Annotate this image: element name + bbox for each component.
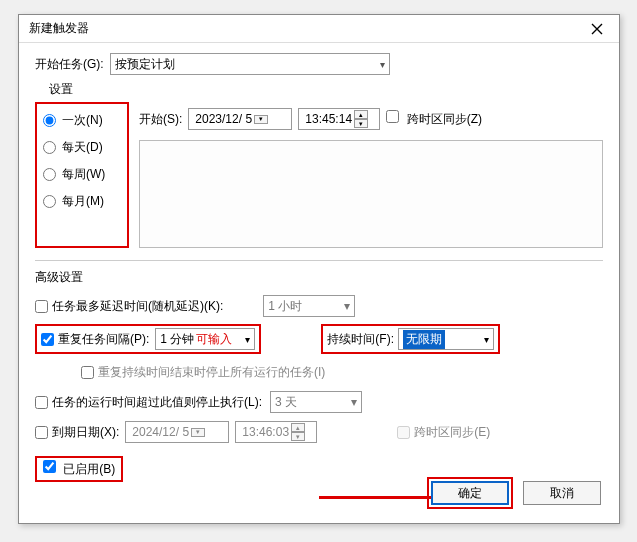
repeat-interval-select[interactable]: 1 分钟 可输入 ▾ bbox=[155, 328, 255, 350]
begin-task-row: 开始任务(G): 按预定计划 ▾ bbox=[35, 53, 603, 75]
close-button[interactable] bbox=[581, 18, 613, 40]
schedule-detail-box bbox=[139, 140, 603, 248]
stop-at-end-checkbox[interactable]: 重复持续时间结束时停止所有运行的任务(I) bbox=[81, 364, 325, 381]
radio-daily[interactable]: 每天(D) bbox=[43, 139, 121, 156]
divider bbox=[35, 260, 603, 261]
close-icon bbox=[591, 23, 603, 35]
delay-value: 1 小时 bbox=[268, 298, 302, 315]
repeat-row: 重复任务间隔(P): 1 分钟 可输入 ▾ 持续时间(F): 无限期 ▾ bbox=[35, 324, 603, 354]
begin-task-value: 按预定计划 bbox=[115, 56, 175, 73]
chevron-down-icon: ▾ bbox=[380, 59, 385, 70]
start-time-value: 13:45:14 bbox=[305, 112, 352, 126]
stop-at-end-input[interactable] bbox=[81, 366, 94, 379]
enabled-checkbox[interactable]: 已启用(B) bbox=[43, 460, 115, 478]
duration-highlight: 持续时间(F): 无限期 ▾ bbox=[321, 324, 500, 354]
enabled-highlight: 已启用(B) bbox=[35, 456, 123, 482]
dialog-title: 新建触发器 bbox=[29, 20, 89, 37]
cancel-button[interactable]: 取消 bbox=[523, 481, 601, 505]
dialog-content: 开始任务(G): 按预定计划 ▾ 设置 一次(N) 每天(D) 每周(W) bbox=[19, 43, 619, 492]
start-area: 开始(S): 2023/12/ 5 ▾ 13:45:14 ▴▾ 跨时区同步(Z) bbox=[139, 102, 603, 248]
delay-select[interactable]: 1 小时 ▾ bbox=[263, 295, 355, 317]
start-time-input[interactable]: 13:45:14 ▴▾ bbox=[298, 108, 380, 130]
stop-after-row: 任务的运行时间超过此值则停止执行(L): 3 天 ▾ bbox=[35, 390, 603, 414]
delay-label: 任务最多延迟时间(随机延迟)(K): bbox=[52, 298, 223, 315]
chevron-down-icon: ▾ bbox=[484, 334, 489, 345]
duration-label: 持续时间(F): bbox=[327, 331, 394, 348]
radio-once-label: 一次(N) bbox=[62, 112, 103, 129]
chevron-down-icon: ▾ bbox=[344, 299, 350, 313]
repeat-input[interactable] bbox=[41, 333, 54, 346]
radio-daily-label: 每天(D) bbox=[62, 139, 103, 156]
delay-input[interactable] bbox=[35, 300, 48, 313]
button-bar: 确定 取消 bbox=[427, 477, 601, 509]
enabled-label: 已启用(B) bbox=[63, 462, 115, 476]
radio-weekly-input[interactable] bbox=[43, 168, 56, 181]
delay-row: 任务最多延迟时间(随机延迟)(K): 1 小时 ▾ bbox=[35, 294, 603, 318]
repeat-value: 1 分钟 bbox=[160, 331, 194, 348]
expire-input[interactable] bbox=[35, 426, 48, 439]
expire-checkbox[interactable]: 到期日期(X): bbox=[35, 424, 119, 441]
settings-label: 设置 bbox=[49, 81, 603, 98]
ok-button[interactable]: 确定 bbox=[431, 481, 509, 505]
start-date-value: 2023/12/ 5 bbox=[195, 112, 252, 126]
start-label: 开始(S): bbox=[139, 111, 182, 128]
sync-tz-checkbox[interactable]: 跨时区同步(Z) bbox=[386, 110, 482, 128]
expire-date-value: 2024/12/ 5 bbox=[132, 425, 189, 439]
advanced-label: 高级设置 bbox=[35, 269, 603, 286]
stop-after-value: 3 天 bbox=[275, 394, 297, 411]
stop-after-select[interactable]: 3 天 ▾ bbox=[270, 391, 362, 413]
expire-row: 到期日期(X): 2024/12/ 5 ▾ 13:46:03 ▴▾ 跨时区同步(… bbox=[35, 420, 603, 444]
cancel-button-label: 取消 bbox=[550, 485, 574, 502]
radio-once[interactable]: 一次(N) bbox=[43, 112, 121, 129]
start-row: 开始(S): 2023/12/ 5 ▾ 13:45:14 ▴▾ 跨时区同步(Z) bbox=[139, 102, 603, 140]
ok-highlight: 确定 bbox=[427, 477, 513, 509]
expire-sync-tz-input bbox=[397, 426, 410, 439]
repeat-hint: 可输入 bbox=[196, 331, 232, 348]
radio-monthly[interactable]: 每月(M) bbox=[43, 193, 121, 210]
radio-monthly-label: 每月(M) bbox=[62, 193, 104, 210]
schedule-radio-group: 一次(N) 每天(D) 每周(W) 每月(M) bbox=[35, 102, 129, 248]
stop-after-label: 任务的运行时间超过此值则停止执行(L): bbox=[52, 394, 262, 411]
radio-weekly[interactable]: 每周(W) bbox=[43, 166, 121, 183]
radio-daily-input[interactable] bbox=[43, 141, 56, 154]
repeat-highlight: 重复任务间隔(P): 1 分钟 可输入 ▾ bbox=[35, 324, 261, 354]
titlebar: 新建触发器 bbox=[19, 15, 619, 43]
stop-after-input[interactable] bbox=[35, 396, 48, 409]
date-spinner[interactable]: ▾ bbox=[191, 428, 205, 437]
chevron-down-icon: ▾ bbox=[351, 395, 357, 409]
expire-label: 到期日期(X): bbox=[52, 424, 119, 441]
expire-time-value: 13:46:03 bbox=[242, 425, 289, 439]
expire-sync-tz-checkbox: 跨时区同步(E) bbox=[397, 424, 490, 441]
enabled-input[interactable] bbox=[43, 460, 56, 473]
duration-value: 无限期 bbox=[403, 330, 445, 349]
begin-task-label: 开始任务(G): bbox=[35, 56, 104, 73]
time-spinner[interactable]: ▴▾ bbox=[354, 110, 368, 128]
start-date-input[interactable]: 2023/12/ 5 ▾ bbox=[188, 108, 292, 130]
stop-at-end-label: 重复持续时间结束时停止所有运行的任务(I) bbox=[98, 364, 325, 381]
time-spinner[interactable]: ▴▾ bbox=[291, 423, 305, 441]
repeat-label: 重复任务间隔(P): bbox=[58, 331, 149, 348]
new-trigger-dialog: 新建触发器 开始任务(G): 按预定计划 ▾ 设置 一次(N) 每天(D) bbox=[18, 14, 620, 524]
settings-area: 一次(N) 每天(D) 每周(W) 每月(M) 开始(S): bbox=[35, 102, 603, 248]
sync-tz-input[interactable] bbox=[386, 110, 399, 123]
ok-button-label: 确定 bbox=[458, 485, 482, 502]
radio-monthly-input[interactable] bbox=[43, 195, 56, 208]
date-spinner[interactable]: ▾ bbox=[254, 115, 268, 124]
duration-select[interactable]: 无限期 ▾ bbox=[398, 328, 494, 350]
expire-date-input[interactable]: 2024/12/ 5 ▾ bbox=[125, 421, 229, 443]
expire-time-input[interactable]: 13:46:03 ▴▾ bbox=[235, 421, 317, 443]
chevron-down-icon: ▾ bbox=[245, 334, 250, 345]
radio-weekly-label: 每周(W) bbox=[62, 166, 105, 183]
radio-once-input[interactable] bbox=[43, 114, 56, 127]
delay-checkbox[interactable]: 任务最多延迟时间(随机延迟)(K): bbox=[35, 298, 223, 315]
repeat-checkbox[interactable]: 重复任务间隔(P): bbox=[41, 331, 149, 348]
stop-at-end-row: 重复持续时间结束时停止所有运行的任务(I) bbox=[81, 360, 603, 384]
begin-task-select[interactable]: 按预定计划 ▾ bbox=[110, 53, 390, 75]
expire-sync-tz-label: 跨时区同步(E) bbox=[414, 424, 490, 441]
stop-after-checkbox[interactable]: 任务的运行时间超过此值则停止执行(L): bbox=[35, 394, 262, 411]
sync-tz-label: 跨时区同步(Z) bbox=[407, 112, 482, 126]
